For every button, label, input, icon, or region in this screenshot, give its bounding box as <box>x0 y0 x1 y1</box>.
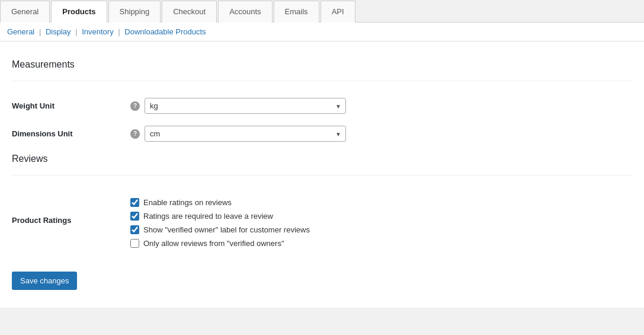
checkbox-required-ratings[interactable]: Ratings are required to leave a review <box>130 212 632 221</box>
measurements-table: Weight Unit ? kg g lbs oz <box>12 92 632 148</box>
weight-field-row: ? kg g lbs oz ▼ <box>130 98 632 114</box>
tab-api[interactable]: API <box>321 1 355 23</box>
weight-help-icon[interactable]: ? <box>130 101 140 111</box>
sep-2: | <box>75 27 77 36</box>
checkbox-enable-ratings-input[interactable] <box>130 198 139 207</box>
tab-shipping[interactable]: Shipping <box>108 1 161 23</box>
weight-unit-label: Weight Unit <box>12 92 130 120</box>
dimensions-unit-row: Dimensions Unit ? cm m in yd mm <box>12 120 632 148</box>
product-ratings-label: Product Ratings <box>12 186 130 254</box>
checkbox-enable-ratings-label: Enable ratings on reviews <box>143 198 232 207</box>
measurements-sep <box>12 81 632 81</box>
weight-select[interactable]: kg g lbs oz <box>145 98 346 114</box>
weight-unit-row: Weight Unit ? kg g lbs oz <box>12 92 632 120</box>
tab-checkout[interactable]: Checkout <box>162 1 217 23</box>
checkbox-verified-only-label: Only allow reviews from "verified owners… <box>143 239 284 248</box>
tab-general[interactable]: General <box>0 1 50 23</box>
checkbox-enable-ratings[interactable]: Enable ratings on reviews <box>130 198 632 207</box>
reviews-sep <box>12 175 632 176</box>
dimensions-field-row: ? cm m in yd mm ft ▼ <box>130 126 632 142</box>
checkbox-verified-owner-input[interactable] <box>130 225 139 234</box>
subnav-display[interactable]: Display <box>46 27 71 36</box>
checkbox-required-ratings-input[interactable] <box>130 212 139 221</box>
weight-select-wrapper: kg g lbs oz ▼ <box>145 98 346 114</box>
subnav-inventory[interactable]: Inventory <box>82 27 113 36</box>
reviews-table: Product Ratings Enable ratings on review… <box>12 186 632 254</box>
weight-unit-field: ? kg g lbs oz ▼ <box>130 92 632 120</box>
tabs-nav: General Products Shipping Checkout Accou… <box>0 0 644 23</box>
checkbox-verified-owner[interactable]: Show "verified owner" label for customer… <box>130 225 632 234</box>
product-ratings-row: Product Ratings Enable ratings on review… <box>12 186 632 254</box>
save-changes-button[interactable]: Save changes <box>12 272 77 290</box>
subnav-downloadable[interactable]: Downloadable Products <box>124 27 206 36</box>
tab-emails[interactable]: Emails <box>274 1 319 23</box>
dimensions-unit-field: ? cm m in yd mm ft ▼ <box>130 120 632 148</box>
dimensions-select[interactable]: cm m in yd mm ft <box>145 126 346 142</box>
page-wrapper: General Products Shipping Checkout Accou… <box>0 0 644 335</box>
product-ratings-field: Enable ratings on reviews Ratings are re… <box>130 186 632 254</box>
sep-3: | <box>118 27 120 36</box>
dimensions-unit-label: Dimensions Unit <box>12 120 130 148</box>
dimensions-select-wrapper: cm m in yd mm ft ▼ <box>145 126 346 142</box>
checkbox-verified-only-input[interactable] <box>130 239 139 248</box>
measurements-title: Measurements <box>12 59 632 70</box>
sep-1: | <box>39 27 41 36</box>
checkbox-verified-owner-label: Show "verified owner" label for customer… <box>143 225 310 234</box>
checkbox-verified-only[interactable]: Only allow reviews from "verified owners… <box>130 239 632 248</box>
sub-nav: General | Display | Inventory | Download… <box>0 23 644 42</box>
dimensions-help-icon[interactable]: ? <box>130 129 140 139</box>
tab-products[interactable]: Products <box>51 1 107 23</box>
content-area: Measurements Weight Unit ? kg g lbs <box>0 42 644 308</box>
subnav-general[interactable]: General <box>7 27 34 36</box>
reviews-title: Reviews <box>12 154 632 164</box>
tab-accounts[interactable]: Accounts <box>218 1 272 23</box>
checkbox-list: Enable ratings on reviews Ratings are re… <box>130 192 632 248</box>
checkbox-required-ratings-label: Ratings are required to leave a review <box>143 212 273 221</box>
